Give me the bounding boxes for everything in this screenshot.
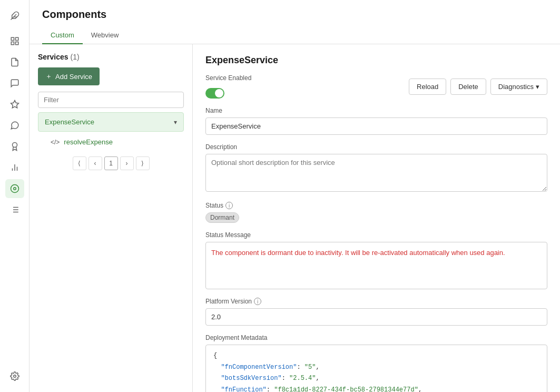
body-layout: Services (1) ＋ Add Service ExpenseServic… [30,44,560,392]
chevron-down-icon: ▾ [536,83,539,91]
name-label: Name [205,107,547,114]
status-section: Status i Dormant [205,202,547,223]
chevron-down-icon: ▾ [174,119,177,126]
action-buttons: Reload Delete Diagnostics ▾ [409,79,547,95]
chart-icon[interactable] [5,158,24,177]
page-title: Components [42,8,547,21]
reload-button[interactable]: Reload [409,79,446,95]
document-icon[interactable] [5,53,24,72]
badge-icon[interactable] [5,137,24,156]
toggle-section: Service Enabled [205,74,251,99]
service-title: ExpenseService [205,55,547,66]
chat-icon[interactable] [5,74,24,93]
filter-input[interactable] [38,92,184,108]
platform-version-value: 2.0 [205,308,547,326]
description-label: Description [205,143,547,151]
service-item-expenseservice[interactable]: ExpenseService ▾ [38,112,184,132]
magic-icon[interactable] [5,95,24,114]
service-item-name: ExpenseService [45,118,94,126]
status-badge: Dormant [205,212,239,223]
svg-point-11 [13,188,16,190]
platform-version-info-icon[interactable]: i [254,298,261,305]
left-panel: Services (1) ＋ Add Service ExpenseServic… [30,44,193,392]
svg-rect-4 [15,42,18,45]
first-page-button[interactable]: ⟨ [73,156,86,170]
components-icon[interactable] [5,179,24,198]
diagnostics-button[interactable]: Diagnostics ▾ [490,79,547,95]
tabs-bar: Custom Webview [42,27,547,44]
current-page[interactable]: 1 [104,156,118,170]
plus-icon: ＋ [45,72,52,81]
chat2-icon[interactable] [5,116,24,135]
next-page-button[interactable]: › [120,156,134,170]
deployment-metadata-section: Deployment Metadata { "fnComponentVersio… [205,334,547,392]
right-panel: ExpenseService Service Enabled Reload De… [193,44,560,392]
status-message-section: Status Message The component is dormant … [205,231,547,289]
list-icon[interactable] [5,200,24,219]
main-content: Components Custom Webview Services (1) ＋… [30,0,560,392]
page-header: Components Custom Webview [30,0,560,44]
service-child-name: resolveExpense [64,138,113,146]
pagination: ⟨ ‹ 1 › ⟩ [38,156,184,170]
home-icon[interactable] [5,32,24,51]
status-label: Status i [205,202,547,209]
tab-custom[interactable]: Custom [42,27,83,44]
svg-point-18 [13,375,16,378]
services-count: (1) [71,53,80,61]
name-section: Name [205,107,547,135]
svg-rect-5 [11,42,14,45]
platform-version-label: Platform Version i [205,298,547,305]
service-enabled-toggle[interactable] [205,88,224,99]
deployment-metadata-label: Deployment Metadata [205,334,547,341]
svg-marker-6 [11,101,18,108]
description-textarea[interactable] [205,154,547,192]
feather-icon[interactable] [5,6,24,25]
services-header: Services (1) [38,53,184,61]
tab-webview[interactable]: Webview [83,27,127,44]
name-input[interactable] [205,117,547,135]
svg-point-7 [12,143,17,148]
code-icon: </> [51,139,60,146]
status-message-box: The component is dormant due to inactivi… [205,242,547,289]
description-section: Description [205,143,547,193]
service-enabled-row: Service Enabled Reload Delete Diagnostic… [205,74,547,99]
status-info-icon[interactable]: i [225,202,233,209]
prev-page-button[interactable]: ‹ [89,156,102,170]
add-service-button[interactable]: ＋ Add Service [38,67,100,85]
status-message-label: Status Message [205,231,547,239]
platform-version-section: Platform Version i 2.0 [205,298,547,326]
last-page-button[interactable]: ⟩ [136,156,150,170]
service-child-resolveexpense[interactable]: </> resolveExpense [38,134,184,150]
svg-rect-2 [11,37,14,40]
deployment-metadata-box: { "fnComponentVersion": "5", "botsSdkVer… [205,345,547,392]
sidebar [0,0,30,392]
svg-rect-3 [15,37,18,40]
delete-button[interactable]: Delete [450,79,486,95]
settings-icon[interactable] [5,367,24,386]
service-enabled-label: Service Enabled [205,74,251,82]
